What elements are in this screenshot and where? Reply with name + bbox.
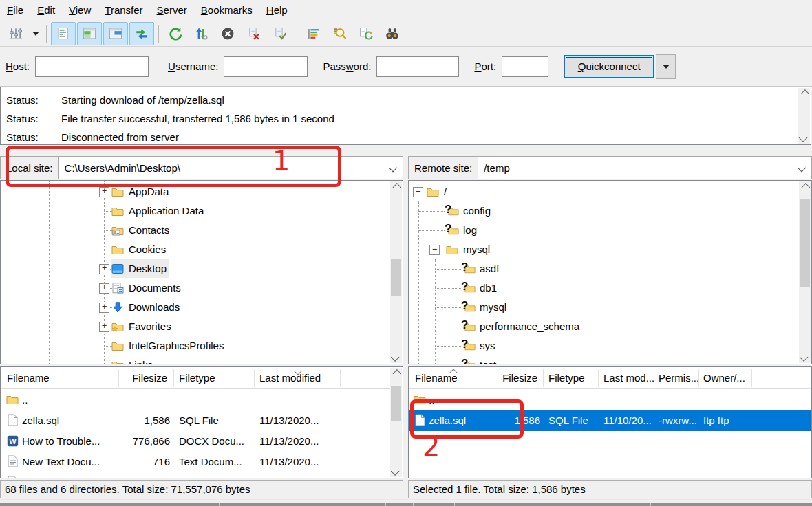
menu-transfer[interactable]: Transfer — [98, 0, 149, 21]
toggle-message-log-button[interactable] — [51, 22, 76, 45]
column-header-permissions[interactable]: Permis... — [659, 368, 699, 388]
column-header-filesize[interactable]: Filesize — [132, 368, 167, 388]
scrollbar-thumb[interactable] — [800, 199, 810, 287]
local-site-combo[interactable]: C:\Users\Admin\Desktop\ — [59, 156, 403, 179]
column-separator[interactable] — [340, 369, 341, 387]
tree-item-favorites[interactable]: +Favorites — [1, 317, 389, 336]
scrollbar-thumb[interactable] — [391, 386, 401, 421]
scroll-down-button[interactable] — [390, 351, 402, 363]
chevron-down-icon[interactable] — [389, 164, 398, 173]
column-header-filetype[interactable]: Filetype — [548, 368, 585, 388]
refresh-button[interactable] — [163, 22, 188, 45]
tree-item-db1[interactable]: ?db1 — [409, 278, 798, 298]
menu-edit[interactable]: Edit — [30, 0, 62, 21]
tree-item-intelgraphicsprofiles[interactable]: IntelGraphicsProfiles — [1, 336, 389, 355]
menu-server[interactable]: Server — [150, 0, 194, 21]
column-separator[interactable] — [543, 369, 544, 387]
tree-expander-minus[interactable]: − — [413, 187, 423, 197]
tree-item-sys[interactable]: ?sys — [409, 336, 798, 355]
file-row-..[interactable]: .. — [1, 390, 402, 410]
scroll-up-button[interactable] — [390, 368, 402, 380]
file-row[interactable] — [1, 472, 402, 478]
cancel-button[interactable] — [215, 22, 240, 45]
site-manager-dropdown[interactable] — [29, 23, 43, 45]
synchronized-browsing-button[interactable] — [354, 22, 378, 45]
tree-expander-minus[interactable]: − — [429, 245, 440, 255]
menu-help[interactable]: Help — [259, 0, 295, 21]
column-header-filesize[interactable]: Filesize — [502, 368, 537, 388]
column-separator[interactable] — [254, 369, 255, 387]
toggle-local-tree-button[interactable] — [77, 22, 102, 45]
scroll-up-button[interactable] — [799, 182, 811, 193]
tree-item-asdf[interactable]: ?asdf — [409, 259, 798, 278]
tree-item-links[interactable]: Links — [1, 355, 389, 364]
tree-item-contacts[interactable]: Contacts — [1, 221, 389, 240]
toggle-remote-tree-button[interactable] — [103, 22, 128, 45]
column-separator[interactable] — [698, 369, 699, 387]
file-row-how-to-trouble...[interactable]: WHow to Trouble...776,866DOCX Docu...11/… — [1, 431, 402, 452]
tree-item--[interactable]: −/ — [409, 182, 798, 201]
scroll-down-button[interactable] — [798, 132, 810, 144]
tree-item-cookies[interactable]: Cookies — [1, 240, 389, 259]
transfer-settings-button[interactable] — [189, 22, 214, 45]
file-row-zella.sql[interactable]: zella.sql1,586SQL File11/10/20...-rwxrw.… — [409, 410, 811, 431]
tree-expander-plus[interactable]: + — [99, 322, 109, 332]
tree-item-config[interactable]: ?config — [409, 201, 798, 221]
quickconnect-dropdown[interactable] — [656, 54, 676, 79]
disconnect-button[interactable] — [242, 22, 266, 45]
tree-expander-plus[interactable]: + — [99, 187, 109, 197]
column-header-last-modified[interactable]: Last modified — [259, 368, 321, 388]
file-row-zella.sql[interactable]: zella.sql1,586SQL File11/13/2020... — [1, 410, 402, 431]
password-input[interactable] — [376, 56, 459, 77]
tree-item-documents[interactable]: +Documents — [1, 278, 389, 298]
column-header-filename[interactable]: Filename — [7, 368, 50, 388]
username-input[interactable] — [224, 56, 308, 77]
tree-item-appdata[interactable]: +AppData — [1, 182, 389, 201]
scroll-up-button[interactable] — [798, 88, 810, 100]
vertical-scrollbar[interactable] — [798, 88, 810, 144]
column-separator[interactable] — [598, 369, 599, 387]
site-manager-button[interactable] — [3, 22, 28, 45]
tree-item-desktop[interactable]: +Desktop — [1, 259, 389, 278]
vertical-scrollbar[interactable] — [390, 368, 402, 477]
reconnect-button[interactable] — [268, 22, 292, 45]
tree-item-downloads[interactable]: +Downloads — [1, 298, 389, 317]
tree-item-application-data[interactable]: Application Data — [1, 201, 389, 221]
column-header-owner[interactable]: Owner/... — [703, 368, 745, 388]
menu-file[interactable]: File — [0, 0, 30, 21]
tree-expander-plus[interactable]: + — [99, 283, 109, 294]
scroll-down-button[interactable] — [390, 465, 402, 477]
column-separator[interactable] — [654, 369, 654, 387]
tree-item-log[interactable]: ?log — [409, 221, 798, 240]
column-separator[interactable] — [751, 369, 752, 387]
tree-item-mysql[interactable]: −mysql — [409, 240, 798, 259]
tree-item-mysql[interactable]: ?mysql — [409, 298, 798, 317]
scroll-up-button[interactable] — [390, 182, 402, 193]
tree-expander-plus[interactable]: + — [99, 302, 109, 313]
tree-item-test[interactable]: ?test — [409, 355, 798, 364]
chevron-down-icon[interactable] — [798, 164, 806, 173]
menu-view[interactable]: View — [62, 0, 98, 21]
vertical-scrollbar[interactable] — [390, 182, 402, 363]
scroll-down-button[interactable] — [799, 351, 811, 363]
column-header-last-modified[interactable]: Last mod... — [603, 368, 654, 388]
filter-button[interactable] — [301, 22, 326, 45]
file-row-..[interactable]: .. — [409, 390, 811, 410]
column-header-filetype[interactable]: Filetype — [179, 368, 215, 388]
column-separator[interactable] — [118, 369, 119, 387]
column-separator[interactable] — [502, 369, 502, 387]
toggle-transfer-queue-button[interactable] — [129, 22, 154, 45]
remote-site-combo[interactable]: /temp — [478, 156, 812, 179]
host-input[interactable] — [35, 56, 149, 77]
port-input[interactable] — [502, 56, 548, 77]
quickconnect-button[interactable]: Quickconnect — [564, 55, 654, 78]
file-row-new-text-docu...[interactable]: New Text Docu...716Text Docum...11/13/20… — [1, 452, 402, 472]
menu-bookmarks[interactable]: Bookmarks — [194, 0, 259, 21]
directory-comparison-button[interactable] — [380, 22, 405, 45]
column-separator[interactable] — [173, 369, 174, 387]
tree-expander-plus[interactable]: + — [99, 264, 109, 274]
tree-item-performance-schema[interactable]: ?performance_schema — [409, 317, 798, 336]
vertical-scrollbar[interactable] — [799, 182, 811, 363]
scrollbar-thumb[interactable] — [391, 258, 401, 296]
search-files-button[interactable] — [328, 22, 352, 45]
